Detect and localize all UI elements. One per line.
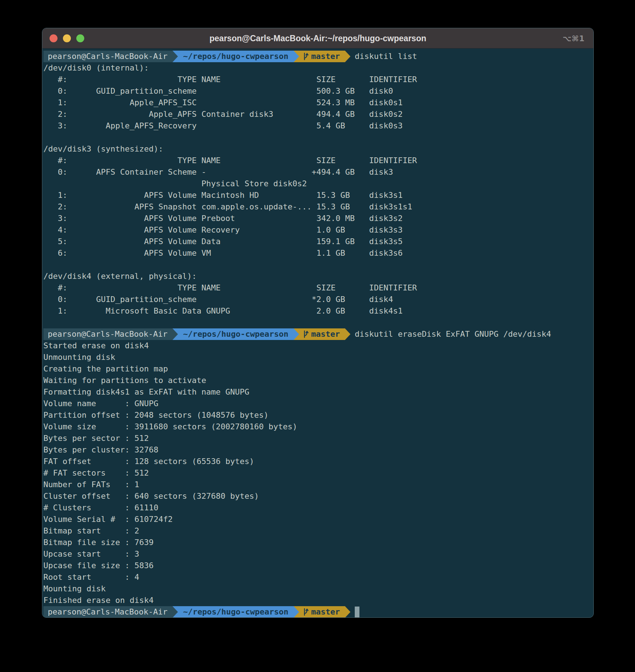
terminal-line: Volume Serial # : 610724f2 (43, 514, 592, 525)
terminal-line: 0: GUID_partition_scheme 500.3 GB disk0 (43, 85, 592, 97)
terminal-line: 2: Apple_APFS Container disk3 494.4 GB d… (43, 109, 592, 120)
terminal-line: Unmounting disk (43, 352, 592, 363)
powerline-arrow-icon (345, 606, 350, 618)
terminal-line: Upcase start : 3 (43, 548, 592, 560)
powerline-arrow-icon (294, 328, 299, 340)
terminal-line: 1: Apple_APFS_ISC 524.3 MB disk0s1 (43, 97, 592, 109)
prompt-user-host: pearson@Carls-MacBook-Air (43, 328, 172, 340)
terminal-line: #: TYPE NAME SIZE IDENTIFIER (43, 155, 592, 166)
terminal-line: 4: APFS Volume Recovery 1.0 GB disk3s3 (43, 224, 592, 236)
terminal-line: Bytes per sector : 512 (43, 433, 592, 444)
terminal-line: Number of FATs : 1 (43, 479, 592, 490)
terminal-line: Physical Store disk0s2 (43, 178, 592, 190)
terminal-line: 6: APFS Volume VM 1.1 GB disk3s6 (43, 247, 592, 259)
terminal-line: # Clusters : 61110 (43, 502, 592, 514)
terminal-line: 3: APFS Volume Preboot 342.0 MB disk3s2 (43, 213, 592, 224)
prompt-git-branch: master (299, 51, 345, 62)
terminal-line: Volume name : GNUPG (43, 398, 592, 409)
terminal-window: pearson@Carls-MacBook-Air:~/repos/hugo-c… (42, 28, 594, 618)
prompt-line: pearson@Carls-MacBook-Air~/repos/hugo-cw… (43, 328, 592, 340)
terminal-line: 5: APFS Volume Data 159.1 GB disk3s5 (43, 236, 592, 247)
powerline-arrow-icon (172, 51, 178, 62)
terminal-line: 1: APFS Volume Macintosh HD 15.3 GB disk… (43, 190, 592, 201)
terminal-line: Volume size : 3911680 sectors (200278016… (43, 421, 592, 433)
branch-name: master (311, 328, 340, 340)
powerline-arrow-icon (172, 328, 178, 340)
terminal-line: Partition offset : 2048 sectors (1048576… (43, 409, 592, 421)
prompt-line: pearson@Carls-MacBook-Air~/repos/hugo-cw… (43, 51, 592, 62)
git-branch-icon (303, 608, 309, 616)
prompt-line: pearson@Carls-MacBook-Air~/repos/hugo-cw… (43, 606, 592, 618)
terminal-line: Bitmap start : 2 (43, 525, 592, 537)
terminal-line: Waiting for partitions to activate (43, 375, 592, 386)
command-text: diskutil list (350, 51, 417, 62)
terminal-blank-line (43, 317, 592, 328)
prompt-user-host: pearson@Carls-MacBook-Air (43, 606, 172, 618)
terminal-line: Cluster offset : 640 sectors (327680 byt… (43, 490, 592, 502)
git-branch-icon (303, 330, 309, 339)
terminal-blank-line (43, 259, 592, 271)
terminal-line: Bitmap file size : 7639 (43, 537, 592, 548)
branch-name: master (311, 51, 340, 62)
terminal-line: #: TYPE NAME SIZE IDENTIFIER (43, 74, 592, 85)
prompt-git-branch: master (299, 328, 345, 340)
terminal-line: 1: Microsoft Basic Data GNUPG 2.0 GB dis… (43, 305, 592, 317)
powerline-arrow-icon (345, 51, 350, 62)
terminal-line: 3: Apple_APFS_Recovery 5.4 GB disk0s3 (43, 120, 592, 132)
prompt-path: ~/repos/hugo-cwpearson (178, 51, 293, 62)
terminal-line: Formatting disk4s1 as ExFAT with name GN… (43, 386, 592, 398)
terminal-line: 0: GUID_partition_scheme *2.0 GB disk4 (43, 294, 592, 305)
terminal-blank-line (43, 132, 592, 143)
prompt-user-host: pearson@Carls-MacBook-Air (43, 51, 172, 62)
terminal-line: 0: APFS Container Scheme - +494.4 GB dis… (43, 166, 592, 178)
powerline-arrow-icon (294, 606, 299, 618)
terminal-line: Started erase on disk4 (43, 340, 592, 352)
prompt-path: ~/repos/hugo-cwpearson (178, 328, 293, 340)
powerline-arrow-icon (345, 328, 350, 340)
terminal-line: Bytes per cluster: 32768 (43, 444, 592, 456)
terminal-line: Mounting disk (43, 583, 592, 595)
terminal-line: Creating the partition map (43, 363, 592, 375)
terminal-line: #: TYPE NAME SIZE IDENTIFIER (43, 282, 592, 294)
window-title: pearson@Carls-MacBook-Air:~/repos/hugo-c… (42, 28, 593, 48)
terminal-line: Root start : 4 (43, 571, 592, 583)
window-hotkey-badge: ⌥⌘1 (563, 28, 585, 48)
powerline-arrow-icon (294, 51, 299, 62)
terminal-line: Finished erase on disk4 (43, 595, 592, 606)
terminal-cursor (355, 607, 359, 617)
terminal-line: /dev/disk3 (synthesized): (43, 143, 592, 155)
terminal-line: 2: APFS Snapshot com.apple.os.update-...… (43, 201, 592, 213)
prompt-path: ~/repos/hugo-cwpearson (178, 606, 293, 618)
terminal-output[interactable]: pearson@Carls-MacBook-Air~/repos/hugo-cw… (42, 48, 593, 618)
terminal-line: FAT offset : 128 sectors (65536 bytes) (43, 456, 592, 467)
branch-name: master (311, 606, 340, 618)
terminal-line: /dev/disk0 (internal): (43, 62, 592, 74)
terminal-line: Upcase file size : 5836 (43, 560, 592, 571)
prompt-git-branch: master (299, 606, 345, 618)
terminal-line: # FAT sectors : 512 (43, 467, 592, 479)
git-branch-icon (303, 52, 309, 61)
window-titlebar[interactable]: pearson@Carls-MacBook-Air:~/repos/hugo-c… (42, 28, 593, 48)
command-text: diskutil eraseDisk ExFAT GNUPG /dev/disk… (350, 328, 551, 340)
terminal-line: /dev/disk4 (external, physical): (43, 271, 592, 282)
powerline-arrow-icon (172, 606, 178, 618)
